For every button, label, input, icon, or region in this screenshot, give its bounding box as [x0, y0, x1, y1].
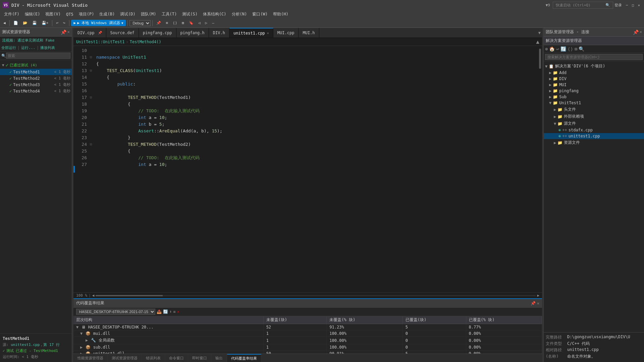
menu-help[interactable]: 帮助(H)	[270, 11, 291, 18]
close-coverage-btn[interactable]: ✕	[537, 301, 539, 306]
window-controls[interactable]: ─ □ ✕	[625, 3, 641, 7]
menu-edit[interactable]: 编辑(E)	[22, 11, 43, 18]
tab-overflow-btn[interactable]: ▼	[537, 28, 542, 38]
fold-11[interactable]: ⊟	[88, 54, 94, 61]
project-sub[interactable]: ▶ 📁 Sub	[544, 94, 644, 100]
columns-btn[interactable]: ≡	[173, 309, 175, 314]
coverage-row-unittest[interactable]: ▶ 📦 unittest1.dll 50 90.91% 5 9.09%	[73, 351, 542, 354]
new-btn[interactable]: 📄	[11, 20, 20, 26]
close-btn[interactable]: ✕	[637, 3, 641, 7]
open-btn[interactable]: 📂	[21, 20, 30, 26]
toolbar-btn-3[interactable]: ⟨⟩	[171, 20, 179, 26]
save-all-btn[interactable]: 💾+	[40, 20, 51, 26]
menu-arch[interactable]: 体系结构(C)	[200, 11, 229, 18]
tab-mui-cpp[interactable]: MUI.cpp	[273, 28, 299, 38]
tab-close-btn[interactable]: ✕	[267, 31, 269, 35]
editor-vscrollbar[interactable]	[538, 46, 542, 292]
quick-launch-input[interactable]: 快速启动 (Ctrl+Q)	[556, 3, 605, 8]
menu-analyze[interactable]: 分析(N)	[229, 11, 250, 18]
scroll-right-btn[interactable]: ▶	[537, 293, 539, 298]
fold-13[interactable]: ⊟	[88, 67, 94, 74]
toolbar-btn-7[interactable]: ▷	[203, 20, 210, 26]
config-dropdown[interactable]: Debug	[129, 20, 151, 26]
scroll-up-btn[interactable]: ▲	[536, 39, 539, 45]
breadcrumb-method[interactable]: TestMethod4()	[130, 40, 161, 44]
sol-btn-3[interactable]: ↩	[556, 46, 559, 52]
redo-btn[interactable]: ↪	[61, 20, 67, 26]
sol-btn-2[interactable]: 🏠	[549, 46, 555, 52]
breadcrumb-namespace[interactable]: UnitTest1::UnitTest1	[76, 40, 125, 44]
menu-view[interactable]: 视图(V)	[43, 11, 63, 18]
file-unittest1[interactable]: ⊕ ++ unittest1.cpp	[544, 133, 644, 139]
project-unittest1[interactable]: ▼ 📁 UnitTest1	[544, 100, 644, 106]
tab-source-def[interactable]: Source.def	[106, 28, 139, 38]
test-item-testmethod2[interactable]: ✓ TestMethod2 < 1 毫秒	[0, 75, 72, 81]
tree-expand-icon[interactable]: ▼	[2, 63, 4, 67]
close-coverage-x-btn[interactable]: ✕	[177, 309, 179, 314]
refresh-btn[interactable]: 🔄	[163, 309, 168, 314]
coverage-row-root[interactable]: ▼ 🖥 HASEE_DESKTOP-6TRUIHK 20... 52 91.23…	[73, 324, 542, 330]
menu-test[interactable]: 测试(S)	[179, 11, 200, 18]
test-item-testmethod3[interactable]: ✓ TestMethod3 < 1 毫秒	[0, 81, 72, 88]
playlist-btn[interactable]: 播放列表	[40, 45, 55, 50]
session-dropdown[interactable]: HASEE_DESKTOP-6TRUIHK 2021-07-15	[76, 309, 155, 315]
menu-build[interactable]: 生成(B)	[97, 11, 117, 18]
sol-btn-1[interactable]: ⊕	[545, 46, 548, 52]
zoom-level[interactable]: 100 %	[76, 293, 87, 298]
sol-btn-7[interactable]: 🔍	[579, 46, 584, 52]
test-item-testmethod1[interactable]: ✓ TestMethod1 < 1 毫秒	[0, 69, 72, 75]
pin-btn[interactable]: 📌	[61, 29, 66, 35]
menu-project[interactable]: 项目(P)	[76, 11, 97, 18]
toolbar-btn-4[interactable]: ⊞	[180, 20, 186, 26]
tab-errors[interactable]: 错误列表	[142, 354, 165, 362]
menu-debug[interactable]: 调试(D)	[117, 11, 138, 18]
coverage-row-sub[interactable]: ▶ 📦 sub.dll 1 100.00% 0 0.00%	[73, 344, 542, 351]
editor-vscrollbar-thumb[interactable]	[539, 49, 541, 69]
file-stdafx[interactable]: ⊕ ++ stdafx.cpp	[544, 127, 644, 133]
detail-source-link[interactable]: unittest1.cpp，第 17 行	[11, 343, 60, 347]
sol-btn-5[interactable]: ⟨⟩	[568, 46, 573, 52]
toolbar-btn-2[interactable]: ≡	[164, 20, 170, 26]
menu-file[interactable]: 文件(F)	[1, 11, 22, 18]
folder-sources[interactable]: ▼ 📁 源文件	[544, 120, 644, 127]
sol-btn-6[interactable]: ⊞	[575, 46, 577, 52]
coverage-row-global[interactable]: ▶ 🔧 全局函数 1 100.00% 0 0.00%	[73, 337, 542, 344]
tab-div-cpp[interactable]: DIV.cpp 📌	[73, 28, 106, 38]
folder-resources[interactable]: ▶ 📁 资源文件	[544, 139, 644, 146]
tab-coverage[interactable]: 代码覆盖率结果	[227, 354, 261, 362]
login-btn[interactable]: 登录	[614, 3, 622, 8]
tab-pingfang-h[interactable]: pingfang.h	[176, 28, 209, 38]
test-item-testmethod4[interactable]: ✓ TestMethod4 < 1 毫秒	[0, 88, 72, 94]
menu-tools[interactable]: 工具(T)	[159, 11, 180, 18]
maximize-btn[interactable]: □	[631, 3, 635, 7]
toolbar-btn-8[interactable]: —	[210, 20, 216, 26]
folder-headers[interactable]: ▶ 📁 头文件	[544, 106, 644, 113]
tab-command[interactable]: 命令窗口	[165, 354, 188, 362]
coverage-row-mui[interactable]: ▼ 📦 mui.dll 1 100.00% 0 0.00%	[73, 330, 542, 337]
scroll-left-btn[interactable]: ◀	[92, 293, 95, 298]
toolbar-btn-6[interactable]: ◁	[196, 20, 203, 26]
fold-17[interactable]: ⊟	[88, 94, 94, 101]
video-stream-link[interactable]: 流视频: 通过单元测试和 Fake	[0, 37, 72, 44]
menu-qt5[interactable]: QT5	[63, 11, 76, 17]
test-search-input[interactable]	[6, 53, 70, 59]
close-panel-btn[interactable]: ✕	[67, 29, 70, 35]
tab-output[interactable]: 输出	[211, 354, 227, 362]
solution-search-input[interactable]	[545, 54, 643, 60]
tab-div-h[interactable]: DIV.h	[209, 28, 229, 38]
project-mui[interactable]: ▶ 📁 MUI	[544, 82, 644, 88]
menu-team[interactable]: 团队(M)	[138, 11, 159, 18]
project-div[interactable]: ▶ 📁 DIV	[544, 76, 644, 82]
tab-immediate[interactable]: 即时窗口	[188, 354, 211, 362]
run-btn[interactable]: 运行...	[21, 45, 35, 50]
panel-close-btn[interactable]: ✕	[640, 29, 642, 35]
save-btn[interactable]: 💾	[30, 20, 39, 26]
run-all-btn[interactable]: 全部运行	[1, 45, 16, 50]
tab-unittest1-cpp[interactable]: unittest1.cpp ✕	[229, 28, 273, 38]
add-btn[interactable]: ⬆	[169, 309, 172, 314]
export-btn[interactable]: 📤	[157, 309, 162, 314]
minimize-btn[interactable]: ─	[625, 3, 629, 7]
tab-pingfang-cpp[interactable]: pingfang.cpp	[139, 28, 176, 38]
tab-performance[interactable]: 性能资源管理器	[73, 354, 108, 362]
sol-btn-4[interactable]: 🔄	[560, 46, 566, 52]
